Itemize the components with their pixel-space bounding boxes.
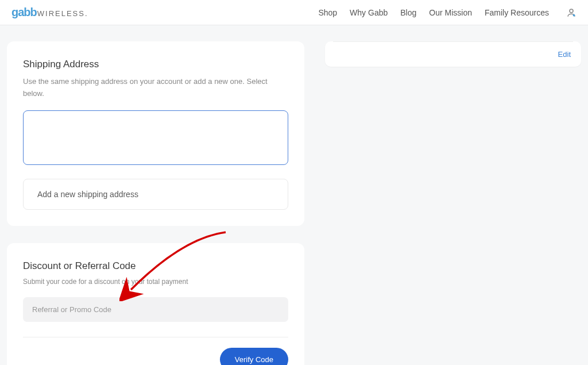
content: Shipping Address Use the same shipping a… (0, 25, 588, 365)
verify-row: Verify Code (23, 348, 288, 365)
nav-shop[interactable]: Shop (318, 8, 337, 17)
nav: Shop Why Gabb Blog Our Mission Family Re… (318, 7, 577, 18)
divider (23, 337, 288, 337)
nav-mission[interactable]: Our Mission (429, 8, 472, 17)
logo-brand: gabb (11, 6, 37, 19)
nav-why[interactable]: Why Gabb (350, 8, 388, 17)
add-shipping-address[interactable]: Add a new shipping address (23, 179, 288, 210)
discount-card: Discount or Referral Code Submit your co… (7, 243, 304, 365)
edit-link[interactable]: Edit (558, 50, 571, 59)
verify-code-button[interactable]: Verify Code (220, 348, 288, 365)
summary-edit-row: Edit (333, 42, 573, 67)
svg-point-1 (573, 14, 575, 16)
checkout-left: Shipping Address Use the same shipping a… (7, 41, 304, 365)
logo-suffix: WIRELESS. (37, 9, 88, 18)
shipping-subtitle: Use the same shipping address on your ac… (23, 76, 288, 100)
discount-title: Discount or Referral Code (23, 260, 288, 272)
checkout-right: Edit (325, 41, 581, 365)
order-summary-card: Edit (325, 41, 581, 67)
shipping-card: Shipping Address Use the same shipping a… (7, 41, 304, 226)
shipping-title: Shipping Address (23, 59, 288, 70)
nav-blog[interactable]: Blog (400, 8, 416, 17)
profile-icon[interactable] (566, 7, 577, 18)
svg-point-0 (570, 9, 573, 13)
site-header: gabb WIRELESS. Shop Why Gabb Blog Our Mi… (0, 0, 588, 25)
discount-subtitle: Submit your code for a discount on your … (23, 278, 288, 286)
promo-code-input[interactable] (23, 297, 288, 322)
logo[interactable]: gabb WIRELESS. (11, 6, 88, 19)
nav-resources[interactable]: Family Resources (485, 8, 549, 17)
shipping-address-selected[interactable] (23, 110, 288, 165)
